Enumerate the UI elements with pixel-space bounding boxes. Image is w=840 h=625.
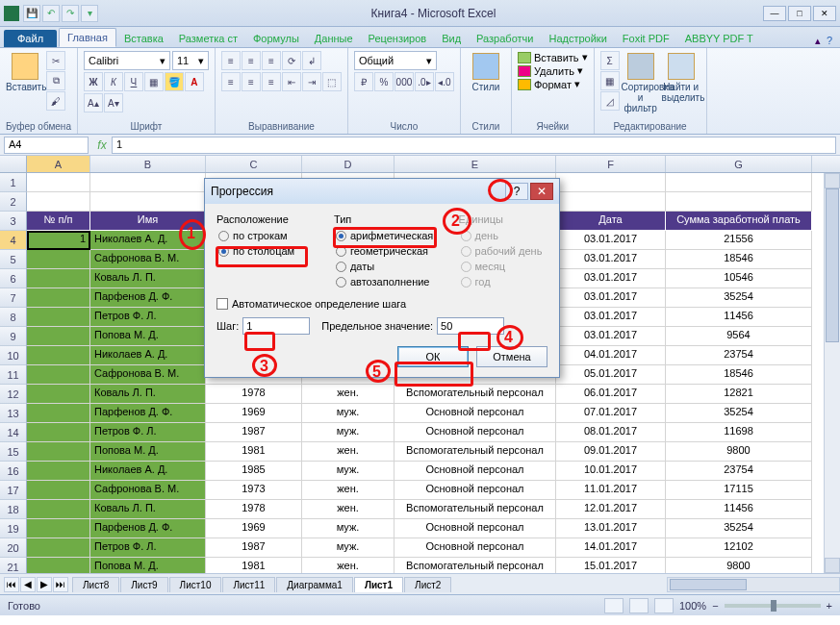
font-size-select[interactable]: 11▾ [172,51,209,70]
row-header[interactable]: 1 [0,173,27,192]
row-header[interactable]: 13 [0,404,27,423]
cell[interactable]: Николаев А. Д. [90,346,206,365]
align-center-icon[interactable]: ≡ [242,72,261,91]
cell[interactable] [27,250,90,269]
cell[interactable]: 03.01.2017 [556,269,666,288]
cell[interactable]: Коваль Л. П. [90,385,206,404]
fill-icon[interactable]: ▦ [600,71,620,90]
minimize-button[interactable]: — [763,6,786,21]
tab-формулы[interactable]: Формулы [245,30,307,47]
sheet-tab[interactable]: Лист11 [222,577,275,592]
dialog-help-icon[interactable]: ? [505,183,528,200]
qat-save-icon[interactable]: 💾 [23,5,40,22]
align-bot-icon[interactable]: ≡ [262,51,281,70]
bold-button[interactable]: Ж [84,72,103,91]
tab-разметка ст[interactable]: Разметка ст [171,30,245,47]
orientation-icon[interactable]: ⟳ [282,51,301,70]
select-all-corner[interactable] [0,156,27,172]
clear-icon[interactable]: ◿ [600,91,620,111]
cell[interactable]: 1985 [206,462,302,481]
cell[interactable]: Парфенов Д. Ф. [90,519,206,538]
cell[interactable]: 1969 [206,519,302,538]
cell[interactable]: Парфенов Д. Ф. [90,288,206,308]
step-input[interactable] [242,317,310,335]
cell[interactable]: Основной персонал [395,423,556,442]
cell[interactable]: жен. [302,558,395,573]
cell[interactable]: 9800 [666,442,812,462]
sheet-tab[interactable]: Лист9 [120,577,167,592]
sheet-nav-next-icon[interactable]: ▶ [37,577,52,592]
tab-данные[interactable]: Данные [307,30,361,47]
name-box[interactable]: A4 [4,137,89,154]
cell[interactable]: Петров Ф. Л. [90,538,206,558]
cell[interactable]: муж. [302,462,395,481]
cell[interactable]: 1 [27,231,90,250]
cell[interactable]: Вспомогательный персонал [395,558,556,573]
cell[interactable]: 1978 [206,385,302,404]
tab-главная[interactable]: Главная [59,28,116,47]
cell[interactable] [27,500,90,519]
cell[interactable]: 03.01.2017 [556,231,666,250]
cell[interactable] [27,308,90,327]
indent-dec-icon[interactable]: ⇤ [282,72,301,91]
row-header[interactable]: 16 [0,462,27,481]
row-header[interactable]: 10 [0,346,27,365]
cell[interactable]: 11.01.2017 [556,481,666,500]
row-header[interactable]: 12 [0,385,27,404]
cell[interactable] [27,346,90,365]
cell[interactable]: Основной персонал [395,404,556,423]
cell[interactable]: 15.01.2017 [556,558,666,573]
row-header[interactable]: 6 [0,269,27,288]
radio-by-columns[interactable]: по столбцам [216,244,318,258]
cell[interactable]: 35254 [666,404,812,423]
cell[interactable]: Основной персонал [395,462,556,481]
align-left-icon[interactable]: ≡ [221,72,241,91]
cell[interactable]: Вспомогательный персонал [395,385,556,404]
view-normal-icon[interactable] [604,598,624,613]
tab-разработчи[interactable]: Разработчи [469,30,541,47]
fill-color-button[interactable]: 🪣 [165,72,184,91]
dialog-close-icon[interactable]: ✕ [530,183,553,200]
qat-undo-icon[interactable]: ↶ [42,5,60,22]
cell[interactable]: 12.01.2017 [556,500,666,519]
cell[interactable]: Николаев А. Д. [90,462,206,481]
underline-button[interactable]: Ч [124,72,143,91]
find-select-button[interactable]: Найти и выделить [662,51,700,103]
cell[interactable]: 1987 [206,423,302,442]
merge-icon[interactable]: ⬚ [322,72,342,91]
close-button[interactable]: ✕ [813,6,836,21]
comma-icon[interactable]: 000 [395,72,414,91]
col-header[interactable]: F [556,156,666,172]
cell[interactable]: жен. [302,442,395,462]
cell[interactable]: Сафронова В. М. [90,481,206,500]
row-header[interactable]: 2 [0,192,27,212]
cell[interactable]: 1978 [206,500,302,519]
cell[interactable]: жен. [302,500,395,519]
col-header[interactable]: C [206,156,302,172]
row-header[interactable]: 8 [0,308,27,327]
cell[interactable]: Основной персонал [395,538,556,558]
font-color-button[interactable]: A [185,72,204,91]
radio-dates[interactable]: даты [334,260,444,273]
col-header[interactable]: D [302,156,395,172]
maximize-button[interactable]: □ [788,6,811,21]
row-header[interactable]: 9 [0,327,27,346]
cell[interactable] [27,423,90,442]
indent-inc-icon[interactable]: ⇥ [302,72,321,91]
row-header[interactable]: 18 [0,500,27,519]
increase-font-icon[interactable]: A▴ [84,93,103,112]
copy-icon[interactable]: ⧉ [46,71,65,90]
cell[interactable]: Петров Ф. Л. [90,308,206,327]
cut-icon[interactable]: ✂ [46,51,65,70]
cell[interactable] [27,269,90,288]
formula-input[interactable]: 1 [112,137,836,154]
sheet-tab[interactable]: Диаграмма1 [276,577,353,592]
cell[interactable] [27,538,90,558]
zoom-in-icon[interactable]: + [827,600,832,612]
checkbox-autostep[interactable]: Автоматическое определение шага [216,298,547,310]
cell[interactable]: Коваль Л. П. [90,269,206,288]
cell[interactable] [27,462,90,481]
align-top-icon[interactable]: ≡ [221,51,241,70]
currency-icon[interactable]: ₽ [354,72,373,91]
cell[interactable]: Сафронова В. М. [90,250,206,269]
